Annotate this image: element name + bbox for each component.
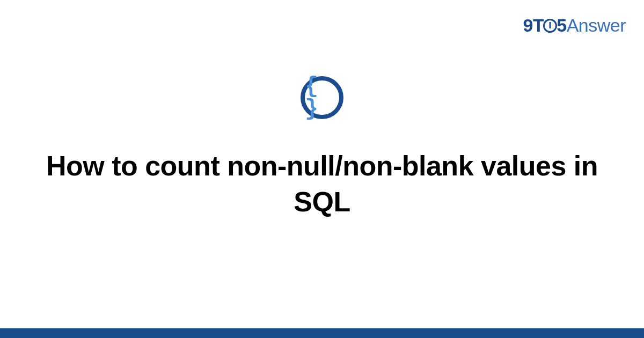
logo-answer: Answer [567,15,626,35]
footer-accent-bar [0,328,644,338]
site-logo: 9T5Answer [523,15,626,36]
page-title: How to count non-null/non-blank values i… [43,148,601,219]
main-content: { } How to count non-null/non-blank valu… [0,76,644,219]
logo-clock-icon [543,19,557,33]
logo-5: 5 [557,15,566,35]
code-braces-icon: { } [301,76,343,119]
braces-glyph: { } [305,75,339,120]
logo-9t: 9T [523,15,544,35]
